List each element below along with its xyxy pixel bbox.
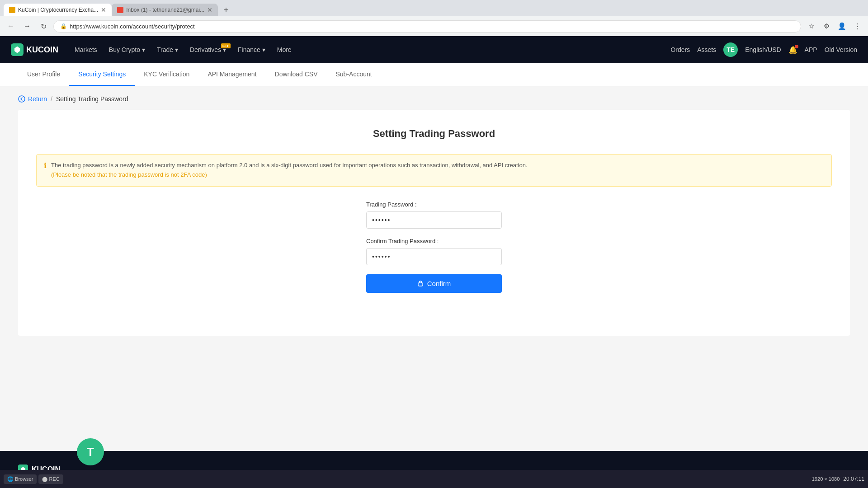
breadcrumb-separator: / xyxy=(51,95,52,103)
kucoin-favicon xyxy=(9,7,15,13)
trading-password-label: Trading Password : xyxy=(366,201,502,208)
confirm-lock-icon xyxy=(417,280,424,286)
extension-button[interactable]: ⚙ xyxy=(820,20,833,33)
info-box: ℹ The trading password is a newly added … xyxy=(36,154,832,187)
nav-orders[interactable]: Orders xyxy=(670,46,690,53)
confirm-button[interactable]: Confirm xyxy=(366,274,502,293)
nav-assets[interactable]: Assets xyxy=(697,46,716,53)
notification-dot xyxy=(795,45,798,48)
forward-button[interactable]: → xyxy=(21,20,33,33)
nav-links: Markets Buy Crypto ▾ Trade ▾ Derivatives… xyxy=(69,42,660,57)
confirm-password-group: Confirm Trading Password : xyxy=(366,238,502,265)
user-avatar[interactable]: TE xyxy=(723,42,738,57)
nav-more[interactable]: More xyxy=(272,42,297,57)
trading-password-group: Trading Password : xyxy=(366,201,502,229)
taskbar-browser[interactable]: 🌐 Browser xyxy=(4,474,37,484)
tab-kyc-verification[interactable]: KYC Verification xyxy=(135,63,198,86)
gmail-favicon xyxy=(117,7,123,13)
address-bar[interactable]: 🔒 https://www.kucoin.com/account/securit… xyxy=(53,20,801,33)
nav-finance[interactable]: Finance ▾ xyxy=(232,42,271,57)
tab-sub-account[interactable]: Sub-Account xyxy=(326,63,381,86)
user-avatar-large[interactable]: T xyxy=(77,438,104,465)
lock-icon: 🔒 xyxy=(60,23,67,29)
svg-point-0 xyxy=(19,96,25,102)
etf-badge: ETF xyxy=(221,43,231,48)
confirm-password-input[interactable] xyxy=(366,248,502,265)
tab-user-profile[interactable]: User Profile xyxy=(18,63,69,86)
profile-button[interactable]: 👤 xyxy=(835,20,848,33)
taskbar-right: 868 × 488 20:07:11 xyxy=(812,476,864,482)
page-content: Return / Setting Trading Password Settin… xyxy=(0,86,868,451)
kucoin-logo[interactable]: KUCOIN xyxy=(11,43,58,56)
taskbar-record[interactable]: ⬤ REC xyxy=(38,474,63,484)
nav-old-version[interactable]: Old Version xyxy=(825,46,857,53)
breadcrumb-current: Setting Trading Password xyxy=(56,95,128,103)
tab-close-gmail[interactable]: ✕ xyxy=(207,7,212,13)
logo-icon xyxy=(11,43,24,56)
form-container: Trading Password : Confirm Trading Passw… xyxy=(366,201,502,293)
back-button[interactable]: ← xyxy=(5,20,17,33)
nav-trade[interactable]: Trade ▾ xyxy=(151,42,184,57)
nav-app[interactable]: APP xyxy=(805,46,817,53)
return-icon xyxy=(18,95,25,103)
menu-button[interactable]: ⋮ xyxy=(851,20,863,33)
page-title: Setting Trading Password xyxy=(36,128,832,140)
notification-icon[interactable]: 🔔 xyxy=(788,46,797,54)
taskbar-resolution: 868 × 488 xyxy=(812,476,840,482)
nav-markets[interactable]: Markets xyxy=(69,42,103,57)
main-navbar: KUCOIN Markets Buy Crypto ▾ Trade ▾ Deri… xyxy=(0,36,868,63)
trading-password-input[interactable] xyxy=(366,211,502,229)
refresh-button[interactable]: ↻ xyxy=(37,20,50,33)
info-main-text: The trading password is a newly added se… xyxy=(51,162,528,169)
gmail-tab[interactable]: Inbox (1) - tetherland21@gmai... ✕ xyxy=(112,4,218,16)
return-button[interactable]: Return xyxy=(18,95,47,103)
confirm-password-label: Confirm Trading Password : xyxy=(366,238,502,244)
nav-buy-crypto[interactable]: Buy Crypto ▾ xyxy=(104,42,151,57)
new-tab-button[interactable]: + xyxy=(220,4,232,16)
account-tabs: User Profile Security Settings KYC Verif… xyxy=(0,63,868,86)
bookmarks-button[interactable]: ☆ xyxy=(805,20,817,33)
taskbar: 🌐 Browser ⬤ REC 868 × 488 20:07:11 xyxy=(0,470,868,488)
info-warning-text: (Please be noted that the trading passwo… xyxy=(51,171,207,178)
info-icon: ℹ xyxy=(44,161,47,180)
nav-derivatives[interactable]: Derivatives ▾ ETF xyxy=(184,42,231,57)
nav-right: Orders Assets TE English/USD 🔔 APP Old V… xyxy=(670,42,857,57)
tab-security-settings[interactable]: Security Settings xyxy=(69,63,135,86)
tab-title-kucoin: KuCoin | Cryptocurrency Excha... xyxy=(18,7,98,13)
active-tab[interactable]: KuCoin | Cryptocurrency Excha... ✕ xyxy=(4,4,112,16)
url-text: https://www.kucoin.com/account/security/… xyxy=(70,23,195,30)
tab-api-management[interactable]: API Management xyxy=(198,63,265,86)
confirm-button-label: Confirm xyxy=(427,280,451,287)
info-text: The trading password is a newly added se… xyxy=(51,161,528,180)
logo-text: KUCOIN xyxy=(26,45,58,55)
return-label: Return xyxy=(28,95,47,103)
taskbar-left: 🌐 Browser ⬤ REC xyxy=(4,474,63,484)
tab-close-kucoin[interactable]: ✕ xyxy=(101,7,106,13)
taskbar-clock: 20:07:11 xyxy=(843,476,864,482)
breadcrumb: Return / Setting Trading Password xyxy=(18,95,850,103)
tab-download-csv[interactable]: Download CSV xyxy=(266,63,327,86)
nav-language[interactable]: English/USD xyxy=(745,46,781,53)
tab-title-gmail: Inbox (1) - tetherland21@gmai... xyxy=(126,7,204,13)
main-card: Setting Trading Password ℹ The trading p… xyxy=(18,110,850,336)
svg-rect-1 xyxy=(418,283,423,286)
